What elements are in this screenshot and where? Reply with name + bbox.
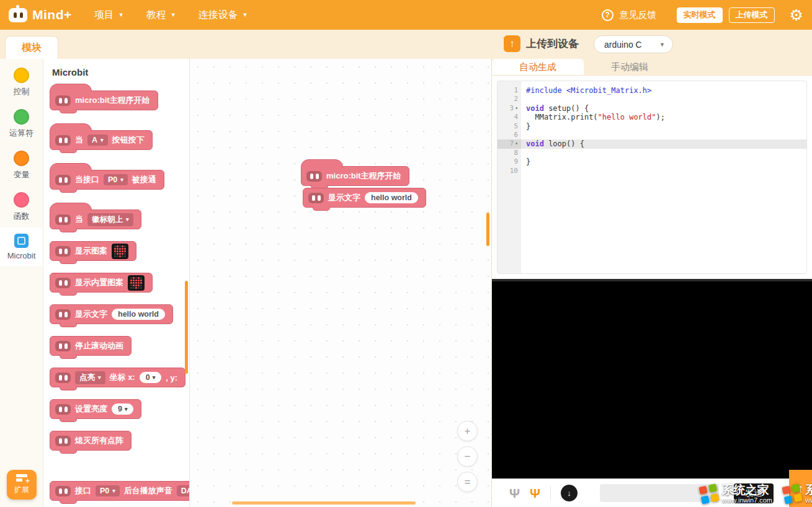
category-operators[interactable]: 运算符 [0, 103, 43, 144]
stack-block[interactable]: 显示文字hello world [303, 188, 426, 208]
chevron-down-icon: ▼ [118, 12, 124, 18]
block-dropdown[interactable]: P0▾ [104, 174, 128, 185]
code-line[interactable]: 6 [497, 131, 806, 139]
line-number: 8 [497, 149, 521, 157]
block-text-input[interactable]: hello world [365, 192, 418, 203]
code-line[interactable]: 5} [497, 122, 806, 131]
chevron-down-icon: ▾ [125, 406, 128, 412]
menu-tutorial[interactable]: 教程 ▼ [146, 9, 176, 22]
category-functions[interactable]: 函数 [0, 186, 43, 227]
microbit-face-icon [55, 404, 71, 415]
chevron-down-icon: ▾ [120, 177, 123, 183]
line-number: 9 [497, 157, 521, 166]
block-label: 被接通 [132, 174, 156, 185]
zoom-reset-button[interactable]: = [457, 472, 478, 492]
block-number-dropdown[interactable]: 9▾ [112, 403, 133, 415]
send-button[interactable]: 发送 [734, 483, 774, 503]
code-line[interactable]: 8 [497, 149, 806, 157]
block-label: 显示文字 [75, 309, 107, 320]
category-microbit[interactable]: Microbit [0, 227, 43, 266]
microbit-face-icon [55, 486, 71, 496]
stack-block[interactable]: 设置亮度9▾ [50, 399, 141, 419]
fold-caret-icon[interactable]: ▾ [515, 104, 518, 113]
microbit-face-icon [55, 95, 71, 106]
upload-mode-button[interactable]: 上传模式 [729, 7, 775, 23]
hat-block[interactable]: 当接口P0▾被接通 [50, 170, 164, 190]
code-editor[interactable]: 1#include <Microbit_Matrix.h>23▾void set… [497, 81, 807, 274]
hat-block[interactable]: micro:bit主程序开始 [301, 166, 409, 186]
block-label: 停止滚动动画 [75, 340, 123, 351]
serial-input[interactable] [600, 484, 719, 502]
block-number-dropdown[interactable]: 0▾ [140, 372, 161, 383]
code-line[interactable]: 7▾void loop() { [497, 139, 806, 148]
fold-caret-icon[interactable]: ▾ [515, 139, 518, 148]
block-dropdown[interactable]: 点亮▾ [75, 371, 105, 384]
block-dropdown[interactable]: DA▾ [177, 485, 190, 496]
code-line[interactable]: 4 MMatrix.print("hello world"); [497, 113, 806, 121]
palette-header: Microbit [52, 67, 189, 77]
code-line[interactable]: 10 [497, 167, 806, 175]
feedback-link[interactable]: 意见反馈 [620, 9, 657, 21]
device-language-select[interactable]: arduino C ▼ [594, 35, 673, 53]
upload-to-device-button[interactable]: ↑ 上传到设备 [504, 35, 579, 52]
stack-block[interactable]: 停止滚动动画 [50, 336, 132, 356]
usb-disconnected-icon[interactable]: Ψ [509, 487, 520, 500]
microbit-face-icon [55, 246, 71, 257]
code-line[interactable]: 2 [497, 95, 806, 104]
stack-block[interactable]: 熄灭所有点阵 [50, 431, 132, 451]
operators-category-icon [14, 109, 29, 125]
menu-connect-device[interactable]: 连接设备 ▼ [199, 9, 248, 22]
hat-block[interactable]: 当徽标朝上▾ [50, 209, 141, 229]
microbit-face-icon [55, 175, 71, 185]
code-panel: 自动生成 手动编辑 1#include <Microbit_Matrix.h>2… [491, 59, 812, 507]
palette-scrollbar[interactable] [185, 281, 188, 374]
control-category-icon [14, 68, 29, 83]
led-matrix-icon[interactable] [128, 275, 145, 291]
workspace-canvas[interactable]: micro:bit主程序开始显示文字hello world + − = [190, 59, 491, 507]
category-control[interactable]: 控制 [0, 61, 43, 103]
canvas-vertical-scrollbar[interactable] [486, 213, 489, 246]
stack-block[interactable]: 显示文字hello world [50, 304, 173, 324]
clear-serial-button[interactable]: ↑ [789, 470, 812, 507]
zoom-in-button[interactable]: + [457, 421, 478, 441]
microbit-face-icon [55, 373, 71, 383]
code-line[interactable]: 1#include <Microbit_Matrix.h> [497, 86, 806, 95]
block-label: micro:bit主程序开始 [326, 170, 401, 182]
tab-auto-generate[interactable]: 自动生成 [492, 59, 584, 75]
stack-block[interactable]: 显示图案 [50, 241, 136, 261]
serial-toolbar: Ψ Ψ ↓ 发送 ↑ [492, 478, 812, 507]
module-tab[interactable]: 模块 [5, 36, 58, 59]
hat-block[interactable]: 当A▾按钮按下 [50, 130, 153, 150]
scroll-to-bottom-button[interactable]: ↓ [561, 485, 578, 501]
block-dropdown[interactable]: 徽标朝上▾ [87, 213, 133, 226]
hat-block[interactable]: micro:bit主程序开始 [50, 90, 158, 110]
block-dropdown[interactable]: A▾ [87, 134, 108, 146]
gear-icon[interactable]: ⚙ [790, 7, 803, 23]
microbit-face-icon [55, 278, 71, 288]
help-icon[interactable]: ? [602, 9, 613, 21]
block-label: 当 [75, 134, 83, 146]
microbit-chip-icon [14, 234, 29, 248]
block-text-input[interactable]: hello world [112, 309, 165, 320]
code-line[interactable]: 3▾void setup() { [497, 104, 806, 113]
menu-project[interactable]: 项目 ▼ [94, 9, 124, 22]
stack-block[interactable]: 显示内置图案 [50, 273, 153, 293]
extension-button[interactable]: + 扩展 [7, 470, 37, 500]
chevron-down-icon: ▾ [112, 488, 115, 494]
usb-connected-icon[interactable]: Ψ [530, 487, 540, 500]
block-label: 后台播放声音 [124, 485, 172, 496]
app-logo[interactable]: Mind+ [9, 7, 72, 22]
tab-manual-edit[interactable]: 手动编辑 [584, 59, 676, 75]
stack-block[interactable]: 接口P0▾后台播放声音DA▾ [50, 481, 190, 501]
line-number: 7▾ [497, 139, 521, 148]
stack-block[interactable]: 点亮▾坐标 x:0▾, y: [50, 368, 185, 387]
category-variables[interactable]: 变量 [0, 144, 43, 186]
serial-monitor[interactable] [492, 279, 812, 478]
realtime-mode-button[interactable]: 实时模式 [677, 7, 723, 23]
code-tabbar: 自动生成 手动编辑 [492, 59, 812, 76]
zoom-out-button[interactable]: − [457, 446, 478, 467]
led-matrix-icon[interactable] [112, 244, 128, 259]
canvas-horizontal-scrollbar[interactable] [232, 501, 416, 505]
code-line[interactable]: 9} [497, 157, 806, 166]
block-dropdown[interactable]: P0▾ [96, 485, 120, 496]
